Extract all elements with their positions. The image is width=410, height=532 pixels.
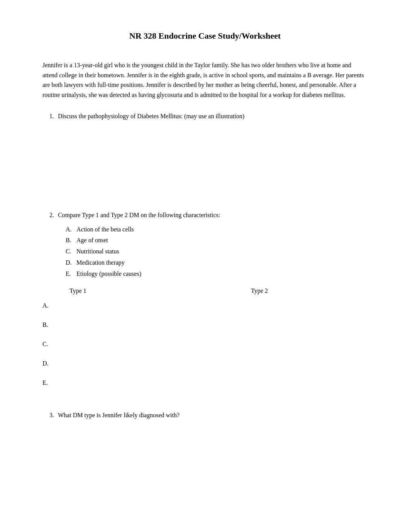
intro-text: Jennifer is a 13-year-old girl who is th…	[42, 60, 368, 100]
answer-line-b	[58, 321, 368, 329]
comparison-area: Type 1 Type 2	[66, 287, 368, 294]
sub-label-c: C.	[66, 246, 73, 257]
answer-label-b: B.	[42, 321, 58, 328]
sub-item-a: A. Action of the beta cells	[66, 224, 368, 235]
answer-row-d: D.	[42, 360, 368, 368]
question-3: 3. What DM type is Jennifer likely diagn…	[42, 410, 368, 420]
sub-item-e: E. Etiology (possible causes)	[66, 269, 368, 280]
answer-label-a: A.	[42, 302, 58, 309]
answer-row-a: A.	[42, 302, 368, 310]
sub-text-e: Etiology (possible causes)	[76, 269, 368, 280]
answer-line-e	[58, 379, 368, 387]
answer-label-d: D.	[42, 360, 58, 367]
sub-item-b: B. Age of onset	[66, 235, 368, 246]
sub-item-c: C. Nutritional status	[66, 246, 368, 257]
sub-label-b: B.	[66, 235, 73, 246]
answer-line-d	[58, 360, 368, 368]
question-2-block: 2. Compare Type 1 and Type 2 DM on the f…	[42, 210, 368, 387]
sub-text-c: Nutritional status	[76, 246, 368, 257]
q2-text: Compare Type 1 and Type 2 DM on the foll…	[58, 210, 368, 220]
sub-text-a: Action of the beta cells	[76, 224, 368, 235]
answer-row-b: B.	[42, 321, 368, 329]
q1-number: 1.	[42, 111, 54, 121]
sub-text-b: Age of onset	[76, 235, 368, 246]
type1-header: Type 1	[66, 287, 143, 294]
page-container: NR 328 Endocrine Case Study/Worksheet Je…	[0, 0, 410, 532]
type2-header: Type 2	[251, 287, 268, 294]
sub-items-list: A. Action of the beta cells B. Age of on…	[66, 224, 368, 280]
answer-label-c: C.	[42, 341, 58, 348]
q2-number: 2.	[42, 210, 54, 220]
q3-text: What DM type is Jennifer likely diagnose…	[58, 410, 368, 420]
answer-rows: A. B. C. D. E.	[42, 302, 368, 387]
page-title: NR 328 Endocrine Case Study/Worksheet	[42, 31, 368, 41]
answer-label-e: E.	[42, 379, 58, 386]
sub-label-e: E.	[66, 269, 73, 280]
question-3-block: 3. What DM type is Jennifer likely diagn…	[42, 410, 368, 420]
question-1-block: 1. Discuss the pathophysiology of Diabet…	[42, 111, 368, 121]
sub-item-d: D. Medication therapy	[66, 257, 368, 269]
q3-number: 3.	[42, 410, 54, 420]
answer-row-e: E.	[42, 379, 368, 387]
answer-row-c: C.	[42, 341, 368, 348]
answer-line-a	[58, 302, 368, 310]
comparison-headers: Type 1 Type 2	[66, 287, 368, 294]
sub-text-d: Medication therapy	[76, 257, 368, 269]
question-1: 1. Discuss the pathophysiology of Diabet…	[42, 111, 368, 121]
sub-label-d: D.	[66, 257, 73, 269]
q1-text: Discuss the pathophysiology of Diabetes …	[58, 111, 368, 121]
sub-label-a: A.	[66, 224, 73, 235]
answer-line-c	[58, 341, 368, 348]
q1-answer-space	[42, 133, 368, 210]
question-2: 2. Compare Type 1 and Type 2 DM on the f…	[42, 210, 368, 220]
